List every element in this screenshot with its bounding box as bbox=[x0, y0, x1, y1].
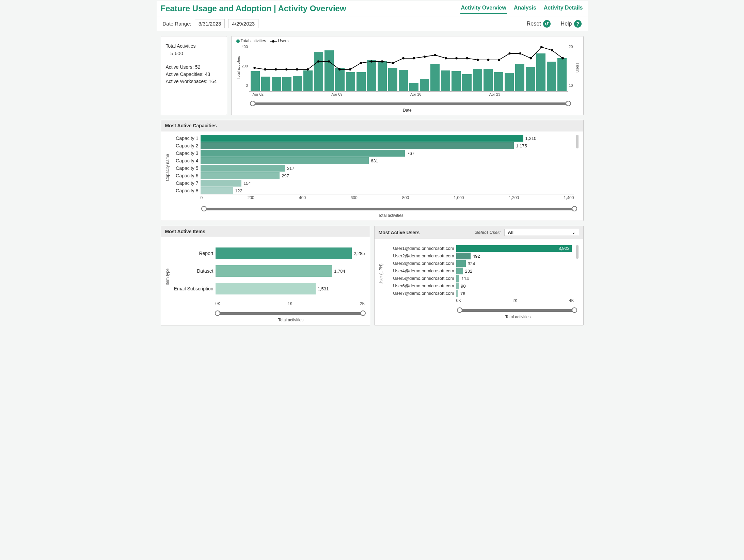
svg-point-14 bbox=[402, 57, 405, 60]
scrollbar[interactable] bbox=[576, 245, 579, 259]
select-user-dropdown[interactable]: All ⌄ bbox=[504, 229, 579, 236]
bar[interactable] bbox=[293, 76, 302, 91]
scrollbar[interactable] bbox=[576, 135, 579, 148]
svg-point-8 bbox=[338, 68, 341, 71]
hbar-fill[interactable] bbox=[216, 283, 316, 294]
reset-button[interactable]: Reset ↺ bbox=[527, 20, 551, 28]
hbar-label: User2@demo.onmicrosoft.com bbox=[385, 253, 454, 259]
date-start-input[interactable]: 3/31/2023 bbox=[195, 19, 225, 28]
hbar-fill[interactable] bbox=[216, 247, 352, 259]
hbar-fill[interactable] bbox=[201, 165, 285, 172]
hbar-value: 2,285 bbox=[352, 251, 365, 256]
hbar-fill[interactable] bbox=[456, 283, 459, 289]
select-user-label: Select User: bbox=[475, 230, 501, 235]
slider-handle-right[interactable] bbox=[360, 310, 366, 316]
legend-bar-icon bbox=[236, 39, 240, 43]
hbar-fill[interactable] bbox=[201, 150, 405, 157]
capacities-xlabel: Total activities bbox=[161, 212, 583, 218]
x-ticks-main: Apr 02 Apr 09 Apr 16 Apr 23 bbox=[235, 92, 580, 96]
hbar-label: Capacity 2 bbox=[171, 142, 199, 149]
users-slider[interactable] bbox=[460, 309, 574, 312]
hbar-fill[interactable] bbox=[456, 268, 463, 274]
svg-point-5 bbox=[306, 68, 309, 71]
hbar-value: 767 bbox=[405, 151, 414, 156]
bar[interactable] bbox=[282, 77, 291, 91]
chart-legend: Total activities Users bbox=[235, 38, 580, 44]
bar[interactable] bbox=[462, 74, 471, 91]
slider-handle-left[interactable] bbox=[215, 310, 220, 316]
svg-point-21 bbox=[477, 59, 479, 61]
svg-point-1 bbox=[264, 68, 266, 71]
hbar-label: Capacity 1 bbox=[171, 135, 199, 142]
svg-point-2 bbox=[275, 68, 277, 71]
hbar-value: 232 bbox=[463, 269, 473, 274]
svg-point-12 bbox=[381, 60, 383, 63]
slider-handle-left[interactable] bbox=[250, 101, 255, 106]
y-right-label: Users bbox=[574, 44, 580, 92]
svg-point-27 bbox=[540, 46, 543, 48]
chevron-down-icon: ⌄ bbox=[572, 230, 575, 235]
svg-point-3 bbox=[285, 68, 288, 71]
date-slider[interactable] bbox=[253, 102, 568, 105]
slider-handle-right[interactable] bbox=[572, 206, 577, 211]
capacities-ylabel: Capacity name bbox=[164, 135, 171, 200]
hbar-fill[interactable] bbox=[216, 265, 332, 277]
bar[interactable] bbox=[420, 79, 429, 91]
hbar-value: 122 bbox=[233, 188, 242, 193]
hbar-label: Capacity 5 bbox=[171, 165, 199, 172]
hbar-fill[interactable] bbox=[201, 172, 280, 179]
bar[interactable] bbox=[272, 77, 281, 91]
capacities-slider[interactable] bbox=[204, 208, 574, 210]
hbar-value: 1,175 bbox=[514, 143, 527, 148]
bar[interactable] bbox=[261, 77, 270, 91]
hbar-label: Email Subscription bbox=[171, 283, 213, 294]
hbar-value: 631 bbox=[369, 158, 378, 163]
users-ylabel: User (UPN) bbox=[377, 245, 385, 303]
hbar-fill[interactable] bbox=[456, 275, 460, 282]
svg-point-22 bbox=[487, 59, 490, 61]
hbar-value: 1,210 bbox=[523, 136, 537, 141]
tab-activity-details[interactable]: Activity Details bbox=[543, 3, 584, 14]
hbar-fill[interactable] bbox=[201, 142, 514, 149]
slider-handle-right[interactable] bbox=[566, 101, 571, 106]
hbar-label: Capacity 3 bbox=[171, 150, 199, 157]
items-card: Most Active Items Item type ReportDatase… bbox=[161, 226, 370, 325]
hbar-value: 492 bbox=[471, 254, 480, 259]
svg-point-16 bbox=[424, 55, 426, 58]
hbar-label: User6@demo.onmicrosoft.com bbox=[385, 283, 454, 289]
hbar-label: User7@demo.onmicrosoft.com bbox=[385, 290, 454, 297]
hbar-value: 1,784 bbox=[332, 269, 345, 274]
slider-handle-right[interactable] bbox=[572, 307, 577, 313]
hbar-fill[interactable] bbox=[201, 157, 369, 164]
hbar-fill[interactable] bbox=[201, 135, 523, 142]
hbar-value: 114 bbox=[459, 276, 469, 281]
hbar-value: 154 bbox=[241, 181, 251, 186]
users-card: Most Active Users Select User: All ⌄ Use… bbox=[374, 226, 584, 325]
tab-analysis[interactable]: Analysis bbox=[513, 3, 537, 14]
svg-point-18 bbox=[445, 57, 447, 60]
hbar-fill[interactable]: 3,923 bbox=[456, 245, 572, 252]
help-button[interactable]: Help ? bbox=[561, 20, 582, 28]
hbar-fill[interactable] bbox=[456, 253, 471, 259]
total-activities-value: 5,600 bbox=[166, 50, 222, 58]
hbar-value: 1,531 bbox=[316, 286, 329, 291]
svg-point-4 bbox=[296, 68, 298, 71]
date-end-input[interactable]: 4/29/2023 bbox=[228, 19, 258, 28]
y-left-label: Total activities bbox=[236, 44, 241, 92]
combo-plot-area[interactable] bbox=[249, 44, 568, 92]
bar[interactable] bbox=[409, 83, 418, 91]
hbar-fill[interactable] bbox=[456, 260, 466, 267]
hbar-value: 324 bbox=[466, 261, 475, 266]
items-slider[interactable] bbox=[218, 312, 363, 315]
items-xlabel: Total activities bbox=[161, 316, 370, 322]
header: Feature Usage and Adoption | Activity Ov… bbox=[157, 1, 588, 16]
tab-activity-overview[interactable]: Activity Overview bbox=[460, 3, 507, 14]
hbar-fill[interactable] bbox=[201, 187, 233, 194]
slider-handle-left[interactable] bbox=[457, 307, 462, 313]
help-icon: ? bbox=[574, 20, 582, 28]
hbar-fill[interactable] bbox=[201, 180, 242, 187]
svg-point-24 bbox=[508, 52, 511, 55]
slider-handle-left[interactable] bbox=[201, 206, 207, 211]
users-title: Most Active Users bbox=[379, 230, 420, 235]
hbar-value: 3,923 bbox=[556, 245, 570, 252]
